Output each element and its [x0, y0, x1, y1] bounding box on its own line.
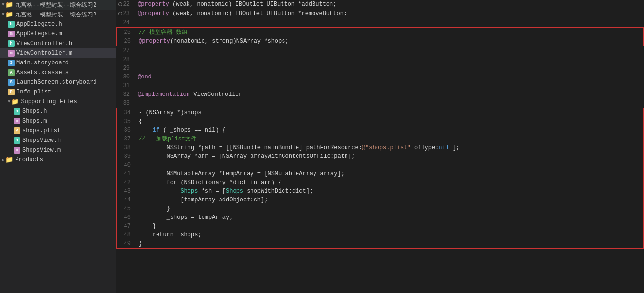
code-line-38: 38 NSString *path = [[NSBundle mainBundl…	[116, 143, 644, 152]
line-number: 39	[117, 152, 135, 161]
line-number: 31	[116, 81, 134, 90]
code-line-28: 28	[116, 55, 644, 64]
code-line-33: 33	[116, 99, 644, 108]
sidebar-item-label: 九宫格--模型封装--综合练习2	[15, 11, 96, 19]
code-line-34: 34- (NSArray *)shops	[116, 108, 644, 117]
code-editor[interactable]: 22@property (weak, nonatomic) IBOutlet U…	[116, 0, 644, 293]
sidebar-item-label: Main.storyboard	[16, 60, 69, 66]
sidebar-item-label: Shops.h	[22, 108, 47, 115]
code-content: 22@property (weak, nonatomic) IBOutlet U…	[116, 0, 644, 293]
assets-icon: A	[8, 69, 15, 76]
sidebar-item-SupportingFiles[interactable]: ▼📁Supporting Files	[0, 97, 116, 107]
line-number: 44	[117, 196, 135, 204]
line-number: 49	[117, 239, 135, 248]
code-line-39: 39 NSArray *arr = [NSArray arrayWithCont…	[116, 152, 644, 161]
line-number: 36	[117, 126, 135, 135]
code-line-36: 36 if ( _shops == nil) {	[116, 126, 644, 135]
breakpoint-radio[interactable]: 23	[118, 9, 130, 18]
line-number: 26	[117, 37, 135, 46]
code-line-30: 30@end	[116, 73, 644, 81]
folder-icon: 📁	[5, 156, 13, 164]
line-content: @property (weak, nonatomic) IBOutlet UIB…	[134, 0, 644, 9]
line-number: 29	[116, 64, 134, 73]
line-content: for (NSDictionary *dict in arr) {	[135, 178, 643, 187]
code-line-24: 24	[116, 18, 644, 27]
line-content: NSString *path = [[NSBundle mainBundle] …	[135, 143, 643, 152]
sidebar-item-shops.plist[interactable]: Pshops.plist	[0, 126, 116, 136]
sidebar-item-label: Assets.xcassets	[16, 69, 69, 76]
line-number: 34	[117, 108, 135, 117]
sidebar-item-root2[interactable]: ▼📁九宫格--模型封装--综合练习2	[0, 10, 116, 19]
sidebar-item-ShopsView.h[interactable]: hShopsView.h	[0, 136, 116, 145]
line-number: 43	[117, 187, 135, 196]
line-content: {	[135, 117, 643, 126]
sidebar-item-Products[interactable]: ▶📁Products	[0, 155, 116, 165]
m-file-icon: m	[14, 147, 20, 154]
sidebar-item-Shops.m[interactable]: mShops.m	[0, 116, 116, 126]
sidebar-item-label: ShopsView.h	[22, 137, 61, 144]
folder-icon: 📁	[5, 1, 13, 9]
sidebar-item-label: Shops.m	[22, 118, 47, 124]
sidebar-item-ViewController.m[interactable]: mViewController.m	[0, 48, 116, 58]
code-line-48: 48 return _shops;	[116, 231, 644, 239]
line-content: @property (weak, nonatomic) IBOutlet UIB…	[134, 9, 644, 18]
sidebar-item-label: Info.plist	[16, 89, 51, 95]
sidebar-item-label: ShopsView.m	[22, 147, 61, 154]
folder-icon: 📁	[5, 11, 13, 18]
sidebar-item-AppDelegate.h[interactable]: hAppDelegate.h	[0, 19, 116, 29]
sidebar-item-Info.plist[interactable]: PInfo.plist	[0, 87, 116, 97]
sidebar-item-LaunchScreen.storyboard[interactable]: SLaunchScreen.storyboard	[0, 77, 116, 87]
plist-icon: P	[8, 89, 15, 95]
code-line-44: 44 [tempArray addObject:sh];	[116, 196, 644, 204]
line-number: 27	[116, 46, 134, 55]
line-number: 46	[117, 213, 135, 222]
h-file-icon: h	[8, 21, 15, 28]
line-content: }	[135, 239, 643, 248]
expand-icon: ▼	[8, 99, 10, 104]
code-line-37: 37// 加载plist文件	[116, 135, 644, 143]
code-line-43: 43 Shops *sh = [Shops shopWithDict:dict]…	[116, 187, 644, 196]
code-line-22: 22@property (weak, nonatomic) IBOutlet U…	[116, 0, 644, 9]
line-content: // 加载plist文件	[135, 135, 643, 143]
sidebar-item-Shops.h[interactable]: hShops.h	[0, 107, 116, 116]
line-number: 32	[116, 90, 134, 99]
line-content: @implementation ViewController	[134, 90, 644, 99]
sidebar-item-label: shops.plist	[22, 127, 61, 134]
line-content: Shops *sh = [Shops shopWithDict:dict];	[135, 187, 643, 196]
line-number: 45	[117, 204, 135, 213]
sidebar-item-Assets.xcassets[interactable]: AAssets.xcassets	[0, 68, 116, 77]
m-file-icon: m	[14, 118, 20, 124]
line-number: 22	[116, 0, 134, 9]
sidebar-item-AppDelegate.m[interactable]: mAppDelegate.m	[0, 29, 116, 39]
sidebar-item-ShopsView.m[interactable]: mShopsView.m	[0, 145, 116, 155]
line-content: // 模型容器 数组	[135, 28, 643, 37]
sidebar-item-Main.storyboard[interactable]: SMain.storyboard	[0, 58, 116, 68]
plist-icon: P	[14, 127, 20, 134]
folder-icon: 📁	[11, 98, 19, 106]
line-content: @end	[134, 73, 644, 81]
code-line-49: 49}	[116, 239, 644, 249]
sidebar-item-ViewController.h[interactable]: hViewController.h	[0, 39, 116, 48]
sidebar-item-label: AppDelegate.h	[16, 21, 62, 28]
storyboard-icon: S	[8, 79, 15, 86]
code-line-25: 25// 模型容器 数组	[116, 27, 644, 37]
code-line-29: 29	[116, 64, 644, 73]
code-line-42: 42 for (NSDictionary *dict in arr) {	[116, 178, 644, 187]
code-line-46: 46 _shops = tempArray;	[116, 213, 644, 222]
code-line-47: 47 }	[116, 222, 644, 231]
breakpoint-radio[interactable]: 22	[118, 0, 130, 9]
expand-icon: ▼	[2, 2, 4, 7]
line-content: NSArray *arr = [NSArray arrayWithContent…	[135, 152, 643, 161]
line-number: 28	[116, 55, 134, 64]
sidebar-item-root1[interactable]: ▼📁九宫格--模型封装--综合练习2	[0, 0, 116, 10]
line-number: 24	[116, 18, 134, 27]
line-content: - (NSArray *)shops	[135, 108, 643, 117]
line-number: 42	[117, 178, 135, 187]
sidebar-item-label: ViewController.h	[16, 40, 72, 47]
line-content: }	[135, 222, 643, 231]
code-line-27: 27	[116, 46, 644, 55]
h-file-icon: h	[14, 108, 20, 115]
code-line-23: 23@property (weak, nonatomic) IBOutlet U…	[116, 9, 644, 18]
line-content: @property(nonatomic, strong)NSArray *sho…	[135, 37, 643, 46]
expand-icon: ▶	[2, 157, 4, 163]
